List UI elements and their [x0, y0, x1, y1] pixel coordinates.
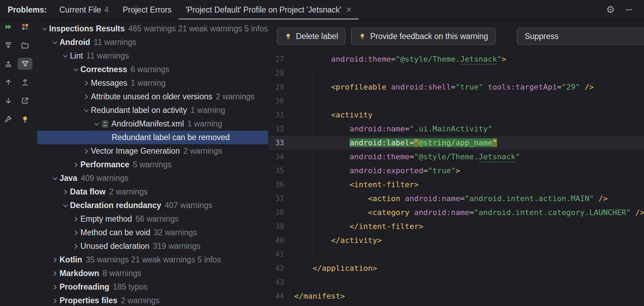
code-token: android:exported	[350, 166, 423, 175]
tree-row[interactable]: Unused declaration 319 warnings	[37, 239, 268, 253]
tree-row[interactable]: Proofreading 185 typos	[37, 280, 268, 294]
tree-label: Proofreading	[60, 282, 109, 292]
rerun-inspection-icon[interactable]	[1, 21, 16, 33]
chevron-icon[interactable]	[50, 175, 60, 182]
code-token	[409, 208, 414, 217]
tree-label: Data flow	[70, 187, 105, 197]
code-text	[290, 275, 644, 289]
chevron-icon[interactable]	[82, 93, 91, 100]
code-token: @string/app_name	[419, 138, 493, 147]
line-number: 32	[268, 122, 290, 136]
chevron-icon[interactable]	[82, 107, 91, 114]
gear-icon[interactable]: ⚙	[606, 5, 615, 15]
quickfix-actions: Delete label Provide feedback on this wa…	[277, 28, 644, 45]
code-line: 28	[268, 66, 644, 80]
code-token: "	[493, 138, 497, 147]
tree-count: 11 warnings	[94, 38, 136, 47]
next-problem-icon[interactable]	[1, 95, 16, 107]
settings-wrench-icon[interactable]	[1, 113, 16, 125]
chevron-icon[interactable]	[50, 270, 60, 277]
chevron-icon[interactable]	[82, 148, 91, 155]
tree-row[interactable]: Vector Image Generation 2 warnings	[37, 144, 268, 158]
tree-row[interactable]: Kotlin 35 warnings 21 weak warnings 5 in…	[37, 253, 268, 267]
export-icon[interactable]	[18, 95, 32, 107]
chevron-icon[interactable]	[82, 80, 91, 87]
tree-count: 8 warnings	[103, 269, 141, 278]
code-token: </application>	[313, 264, 377, 273]
tree-row[interactable]: MF AndroidManifest.xml 1 warning	[37, 117, 268, 131]
tree-row[interactable]: Lint 11 warnings	[37, 49, 268, 63]
tree-row[interactable]: Method can be void 32 warnings	[37, 226, 268, 239]
tree-row[interactable]: Redundant label can be removed	[37, 131, 268, 144]
code-token: />	[631, 208, 644, 217]
tree-row[interactable]: Properties files 2 warnings	[37, 294, 268, 306]
code-text: android:label="@string/app_name"	[290, 136, 644, 150]
previous-problem-icon[interactable]	[1, 76, 16, 88]
chevron-icon[interactable]	[71, 216, 80, 223]
chevron-icon[interactable]	[92, 121, 101, 128]
tree-label: Inspections Results	[49, 24, 125, 33]
tree-row[interactable]: Android 11 warnings	[37, 36, 268, 49]
code-line: 42 </application>	[268, 261, 644, 275]
tree-row[interactable]: Attribute unused on older versions 2 war…	[37, 90, 268, 104]
tree-count: 56 warnings	[135, 214, 179, 224]
problems-tab[interactable]: 'Project Default' Profile on Project 'Je…	[179, 0, 359, 20]
code-token: android:name	[405, 194, 460, 203]
chevron-icon[interactable]	[61, 189, 70, 196]
chevron-icon[interactable]	[71, 66, 80, 73]
tree-row[interactable]: Empty method 56 warnings	[37, 212, 268, 226]
chevron-icon[interactable]	[50, 284, 60, 291]
quick-fix-bulb-icon[interactable]	[18, 113, 32, 125]
tree-row[interactable]: Markdown 8 warnings	[37, 267, 268, 280]
tree-row[interactable]: Correctness 6 warnings	[37, 63, 268, 76]
tree-label: Method can be void	[80, 228, 150, 237]
collapse-all-icon[interactable]	[1, 58, 16, 70]
code-token: "	[497, 55, 502, 63]
code-line: 40 </activity>	[268, 234, 644, 247]
tree-label: Java	[60, 174, 77, 183]
inspection-tree: Inspections Results 465 warnings 21 weak…	[37, 20, 268, 306]
close-icon[interactable]: ×	[346, 5, 352, 15]
chevron-icon[interactable]	[71, 161, 80, 168]
quickfix-button[interactable]: Delete label	[277, 28, 345, 45]
code-area[interactable]: 27 android:theme="@style/Theme.Jetsnack"…	[268, 52, 644, 303]
line-number: 44	[268, 289, 290, 303]
code-text: android:exported="true">	[290, 164, 644, 178]
minimize-icon[interactable]	[625, 6, 633, 14]
problems-tab[interactable]: Current File 4	[52, 0, 116, 20]
chevron-icon[interactable]	[50, 297, 60, 304]
button-label: Suppress	[525, 32, 558, 41]
tree-row[interactable]: Inspections Results 465 warnings 21 weak…	[37, 22, 268, 36]
tree-row[interactable]: Java 409 warnings	[37, 171, 268, 185]
chevron-icon[interactable]	[61, 53, 70, 60]
chevron-icon[interactable]	[40, 25, 49, 32]
tree-row[interactable]: Performance 5 warnings	[37, 158, 268, 171]
arrow-up-box-icon[interactable]	[18, 76, 32, 88]
code-text: </application>	[290, 261, 644, 275]
chevron-icon[interactable]	[71, 243, 80, 250]
line-number: 43	[268, 275, 290, 289]
filter-icon[interactable]	[18, 58, 32, 70]
severity-filter-icon[interactable]	[18, 21, 32, 33]
tab-label: Project Errors	[123, 5, 172, 15]
indent-guide	[313, 178, 313, 192]
line-number: 28	[268, 66, 290, 80]
chevron-icon[interactable]	[61, 202, 70, 209]
tree-label: Redundant label on activity	[91, 106, 187, 115]
problems-tab[interactable]: Project Errors	[116, 0, 179, 20]
quickfix-button[interactable]: Suppress	[517, 28, 644, 45]
group-by-icon[interactable]	[18, 39, 32, 51]
code-token	[400, 194, 405, 203]
tree-row[interactable]: Messages 1 warning	[37, 76, 268, 90]
chevron-icon[interactable]	[50, 257, 60, 263]
quickfix-button[interactable]: Provide feedback on this warning	[351, 28, 495, 45]
tree-row[interactable]: Data flow 2 warnings	[37, 185, 268, 199]
tree-row[interactable]: Declaration redundancy 407 warnings	[37, 199, 268, 212]
code-text	[290, 66, 644, 80]
expand-all-icon[interactable]	[1, 39, 16, 51]
code-token: >	[456, 166, 460, 175]
tree-row[interactable]: Redundant label on activity 1 warning	[37, 104, 268, 117]
chevron-icon[interactable]	[71, 229, 80, 236]
chevron-icon[interactable]	[50, 39, 60, 46]
code-token: </activity>	[331, 236, 382, 245]
